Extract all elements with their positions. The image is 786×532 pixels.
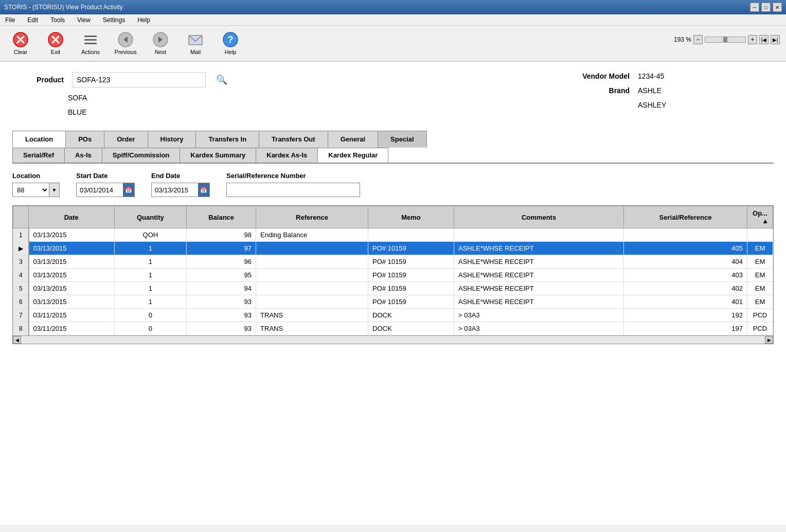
app-title: STORIS - (STORISU) View Product Activity [4,4,123,11]
cell-quantity: 1 [114,255,187,269]
table-row[interactable]: 303/13/2015196PO# 10159ASHLE*WHSE RECEIP… [13,255,773,269]
maximize-button[interactable]: □ [761,3,771,12]
menu-bar: File Edit Tools View Settings Help [0,14,786,26]
tab-special[interactable]: Special [378,131,427,148]
row-num-cell: 6 [13,295,29,309]
filter-location-dropdown-btn[interactable]: ▼ [49,183,59,197]
table-row[interactable]: 803/11/2015093TRANSDOCK> 03A3197PCD [13,322,773,335]
menu-help[interactable]: Help [134,15,153,25]
menu-settings[interactable]: Settings [100,15,128,25]
col-header-reference: Reference [256,206,368,228]
cell-memo: PO# 10159 [368,295,454,309]
product-label: Product [12,76,64,84]
filter-area: Location 88 ▼ Start Date 📅 End Date 📅 [12,164,774,203]
tab-history[interactable]: History [148,131,196,148]
filter-end-date-btn[interactable]: 📅 [198,183,209,197]
cell-serial-ref: 404 [624,255,747,269]
filter-serial-ref-input[interactable] [226,183,360,197]
col-header-rownum [13,206,29,228]
sub-tab-kardex-summary[interactable]: Kardex Summary [180,148,256,163]
mail-label: Mail [190,49,201,55]
menu-file[interactable]: File [2,15,18,25]
mail-button[interactable]: Mail [179,27,212,59]
cell-serial-ref: 403 [624,269,747,282]
vendor-model-row: Vendor Model 1234-45 [568,72,774,80]
tab-transfers-in[interactable]: Transfers In [195,131,259,148]
horizontal-scrollbar: ◀ ▶ [13,335,773,344]
table-row[interactable]: 503/13/2015194PO# 10159ASHLE*WHSE RECEIP… [13,282,773,295]
sub-tab-spiff[interactable]: Spiff/Commission [102,148,181,163]
tab-transfers-out[interactable]: Transfers Out [259,131,328,148]
tab-general[interactable]: General [328,131,378,148]
minimize-button[interactable]: ─ [750,3,759,12]
cell-balance: 94 [187,282,256,295]
cell-comments: > 03A3 [454,322,624,335]
close-button[interactable]: ✕ [773,3,782,12]
next-label: Next [155,49,167,55]
clear-button[interactable]: Clear [4,27,37,59]
brand-ext-value: ASHLEY [638,101,666,109]
previous-icon [117,31,134,48]
zoom-out-button[interactable]: − [693,35,703,44]
sub-tab-serial-ref[interactable]: Serial/Ref [12,148,65,163]
table-body: 103/13/2015QOH98Ending Balance▶03/13/201… [13,228,773,335]
svg-rect-6 [84,36,97,37]
table-row[interactable]: 703/11/2015093TRANSDOCK> 03A3192PCD [13,309,773,322]
table-row[interactable]: 403/13/2015195PO# 10159ASHLE*WHSE RECEIP… [13,269,773,282]
last-button[interactable]: ▶| [771,35,780,44]
scroll-track[interactable] [21,336,765,344]
table-row[interactable]: 103/13/2015QOH98Ending Balance [13,228,773,242]
product-left: Product 🔍 SOFA BLUE [12,72,547,122]
cell-balance: 96 [187,255,256,269]
zoom-slider[interactable] [705,37,746,43]
table-row[interactable]: ▶03/13/2015197PO# 10159ASHLE*WHSE RECEIP… [13,242,773,255]
table-row[interactable]: 603/13/2015193PO# 10159ASHLE*WHSE RECEIP… [13,295,773,309]
tab-order[interactable]: Order [104,131,148,148]
filter-end-date-input[interactable] [152,183,198,197]
menu-edit[interactable]: Edit [24,15,41,25]
filter-start-date-input[interactable] [77,183,123,197]
main-content: Product 🔍 SOFA BLUE Vendor Model 1234-45… [0,62,786,525]
tab-pos[interactable]: POs [65,131,104,148]
previous-button[interactable]: Previous [109,27,142,59]
cell-reference [256,295,368,309]
zoom-thumb [723,37,727,42]
previous-label: Previous [115,49,137,55]
exit-button[interactable]: Exit [39,27,72,59]
filter-location-select[interactable]: 88 [13,183,49,197]
filter-serial-ref-group: Serial/Reference Number [226,172,360,197]
cell-op: EM [747,295,773,309]
product-input[interactable] [72,72,206,87]
sub-tab-as-is[interactable]: As-Is [64,148,102,163]
zoom-in-button[interactable]: + [748,35,757,44]
cell-op: EM [747,282,773,295]
filter-start-date-btn[interactable]: 📅 [123,183,134,197]
help-button[interactable]: ? Help [214,27,247,59]
scroll-right-button[interactable]: ▶ [765,336,773,344]
vendor-model-label: Vendor Model [568,72,630,80]
actions-button[interactable]: Actions [74,27,107,59]
vendor-model-value: 1234-45 [638,72,664,80]
menu-tools[interactable]: Tools [47,15,68,25]
sub-tab-kardex-as-is[interactable]: Kardex As-Is [256,148,318,163]
cell-memo: PO# 10159 [368,255,454,269]
cell-comments: ASHLE*WHSE RECEIPT [454,242,624,255]
cell-op: PCD [747,309,773,322]
actions-icon [82,31,99,48]
filter-end-date-label: End Date [151,172,210,180]
tab-location[interactable]: Location [12,131,66,148]
scroll-left-button[interactable]: ◀ [13,336,21,344]
cell-comments: > 03A3 [454,309,624,322]
cell-date: 03/11/2015 [29,309,115,322]
cell-op: EM [747,242,773,255]
next-button[interactable]: Next [144,27,177,59]
clear-icon [12,31,29,48]
sub-tab-kardex-regular[interactable]: Kardex Regular [317,148,388,163]
first-button[interactable]: |◀ [759,35,769,44]
brand-label: Brand [568,86,630,95]
menu-view[interactable]: View [74,15,94,25]
product-search-icon[interactable]: 🔍 [216,74,227,85]
cell-memo: DOCK [368,322,454,335]
product-right: Vendor Model 1234-45 Brand ASHLE ASHLEY [568,72,774,122]
cell-reference [256,242,368,255]
